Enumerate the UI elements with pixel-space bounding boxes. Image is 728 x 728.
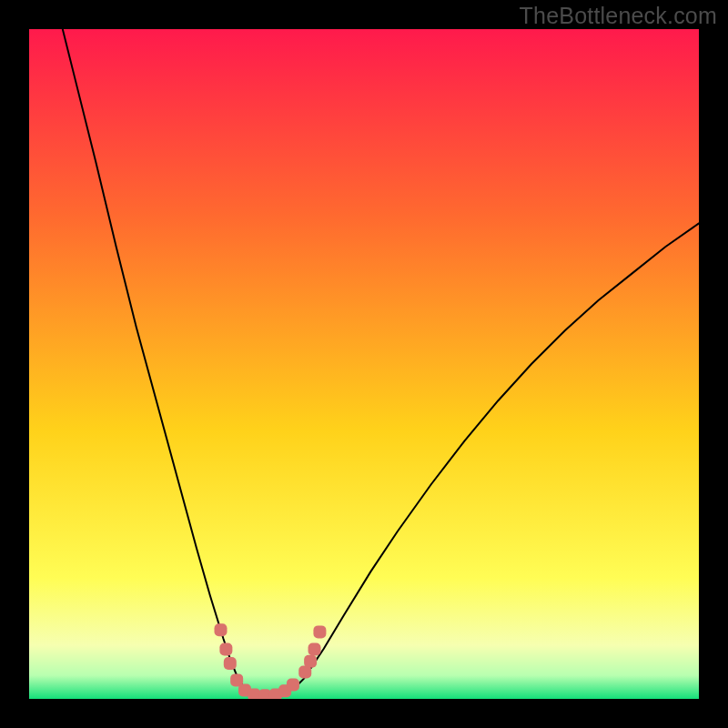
plot-area <box>29 29 699 699</box>
curve-marker <box>224 657 237 670</box>
watermark-text: TheBottleneck.com <box>520 3 717 29</box>
chart-svg <box>29 29 699 699</box>
curve-marker <box>308 643 321 656</box>
chart-container: TheBottleneck.com <box>0 0 728 728</box>
gradient-background <box>29 29 699 699</box>
curve-marker <box>313 625 326 638</box>
curve-marker <box>215 623 228 636</box>
curve-marker <box>219 643 232 656</box>
curve-marker <box>304 655 317 668</box>
curve-marker <box>287 679 299 692</box>
